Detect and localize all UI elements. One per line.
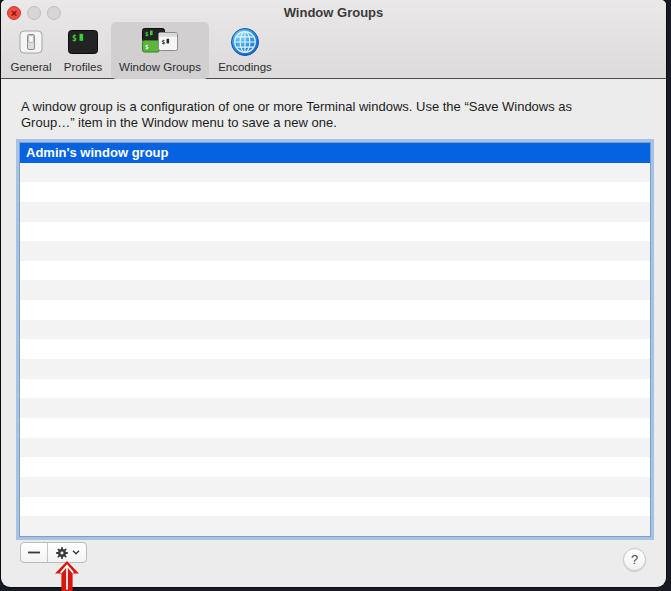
list-item[interactable] — [20, 261, 650, 281]
svg-text:$: $ — [72, 34, 77, 43]
description-line-2: Group…” item in the Window menu to save … — [21, 115, 636, 131]
list-item[interactable] — [20, 222, 650, 242]
list-item[interactable] — [20, 477, 650, 497]
description-line-1: A window group is a configuration of one… — [21, 99, 636, 115]
svg-text:$: $ — [145, 30, 149, 37]
gear-icon — [55, 546, 69, 560]
remove-group-button[interactable] — [21, 543, 48, 562]
window-header: × Window Groups General — [1, 0, 666, 79]
list-item[interactable] — [20, 339, 650, 359]
tab-window-groups[interactable]: $ $ $ Window Groups — [111, 22, 209, 79]
tab-window-groups-label: Window Groups — [119, 61, 201, 73]
list-item[interactable] — [20, 438, 650, 458]
list-edit-buttons — [20, 542, 87, 563]
list-item[interactable] — [20, 241, 650, 261]
chevron-down-icon — [72, 550, 80, 555]
light-switch-icon — [19, 25, 43, 59]
help-button[interactable]: ? — [623, 548, 646, 571]
tab-general-label: General — [11, 61, 52, 73]
help-label: ? — [631, 552, 638, 567]
tab-profiles-label: Profiles — [64, 61, 102, 73]
list-item[interactable] — [20, 300, 650, 320]
preferences-window: × Window Groups General — [1, 0, 666, 587]
list-item[interactable] — [20, 516, 650, 536]
list-item[interactable] — [20, 457, 650, 477]
globe-icon — [230, 25, 260, 59]
tab-encodings-label: Encodings — [218, 61, 272, 73]
list-item[interactable] — [20, 182, 650, 202]
toolbar: General $ Profiles $ — [7, 22, 277, 79]
svg-text:$: $ — [162, 38, 166, 45]
red-arrow-up-annotation — [54, 561, 80, 591]
minus-icon — [28, 551, 40, 554]
list-item[interactable]: Admin's window group — [20, 143, 650, 163]
list-item[interactable] — [20, 202, 650, 222]
list-item[interactable] — [20, 398, 650, 418]
terminal-windows-group-icon: $ $ $ — [141, 25, 179, 59]
list-item[interactable] — [20, 280, 650, 300]
description-text: A window group is a configuration of one… — [21, 99, 636, 131]
list-item[interactable] — [20, 359, 650, 379]
terminal-window-icon: $ — [68, 25, 98, 59]
list-item[interactable] — [20, 379, 650, 399]
action-menu-button[interactable] — [48, 543, 86, 562]
tab-general[interactable]: General — [7, 22, 55, 79]
list-item[interactable] — [20, 320, 650, 340]
tab-profiles[interactable]: $ Profiles — [59, 22, 107, 79]
svg-text:$: $ — [145, 43, 149, 50]
list-item[interactable] — [20, 497, 650, 517]
list-item[interactable] — [20, 418, 650, 438]
list-item[interactable] — [20, 163, 650, 183]
window-groups-list[interactable]: Admin's window group — [19, 142, 651, 537]
tab-encodings[interactable]: Encodings — [213, 22, 277, 79]
